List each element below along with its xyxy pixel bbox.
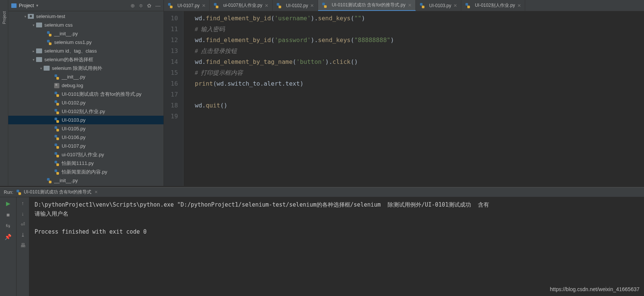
close-tab-icon[interactable]: ✕ [408, 3, 412, 8]
tree-folder[interactable]: ▸selenium id、tag、class [8, 47, 164, 55]
code-editor[interactable]: wd.find_element_by_id('username').send_k… [183, 11, 644, 186]
python-file-icon [54, 152, 59, 157]
locate-icon[interactable]: ⊕ [130, 3, 135, 9]
tree-folder[interactable]: ▾selenium的各种选择框 [8, 55, 164, 64]
tree-folder[interactable]: ▾selenium-test [8, 12, 164, 21]
gear-icon[interactable]: ✿ [147, 3, 152, 9]
close-icon[interactable]: ✕ [94, 190, 98, 195]
folder-icon [44, 66, 50, 71]
chevron-icon[interactable]: ▸ [31, 49, 36, 53]
down-icon[interactable]: ↓ [21, 211, 24, 217]
tree-label: selenium的各种选择框 [44, 56, 93, 63]
tree-file[interactable]: UI-0101测试成功 含有for的推导式.py [8, 90, 164, 98]
pin-icon[interactable]: 📌 [5, 234, 12, 240]
project-tool-tab[interactable]: Project [2, 11, 6, 24]
tree-file[interactable]: ui-0107别人作业.py [8, 150, 164, 159]
tree-file[interactable]: __init__.py [8, 72, 164, 81]
python-file-icon [168, 3, 173, 8]
print-icon[interactable]: 🖶 [20, 242, 26, 248]
tree-label: UI-0103.py [62, 117, 86, 123]
close-tab-icon[interactable]: ✕ [517, 3, 521, 8]
scroll-icon[interactable]: ⤓ [21, 232, 25, 238]
python-file-icon [214, 3, 219, 8]
sidebar-header: Project ▼ ⊕ ≑ ✿ — [8, 0, 164, 11]
tree-file[interactable]: UI-0105.py [8, 124, 164, 133]
project-sidebar: Project ▼ ⊕ ≑ ✿ — ▾selenium-test▾seleniu… [8, 0, 164, 186]
rerun-icon[interactable]: ▶ [6, 200, 11, 207]
hide-icon[interactable]: — [155, 3, 161, 9]
editor-tab[interactable]: UI-0102别人作业.py✕ [461, 0, 525, 11]
sidebar-title[interactable]: Project [19, 3, 34, 8]
tree-file[interactable]: 怕新闻1111.py [8, 159, 164, 168]
run-toolbar-right: ↑ ↓ ⏎ ⤓ 🖶 [17, 197, 29, 296]
editor-tab[interactable]: UI-0103.py✕ [416, 0, 462, 11]
up-icon[interactable]: ↑ [21, 200, 24, 206]
chevron-icon[interactable]: ▾ [31, 23, 36, 27]
stop-icon[interactable]: ■ [6, 211, 10, 218]
tree-label: UI-0102别人作业.py [62, 108, 105, 115]
python-file-icon [47, 31, 52, 36]
project-tree[interactable]: ▾selenium-test▾selenium css__init__.pyse… [8, 11, 164, 186]
run-toolbar-left: ▶ ■ ⇆ 📌 [0, 197, 17, 296]
tree-label: __init__.py [54, 178, 78, 183]
tree-label: 怕新闻1111.py [62, 160, 94, 167]
python-file-icon [47, 40, 52, 45]
tree-label: selenium id、tag、class [44, 48, 97, 54]
project-icon [11, 3, 17, 8]
python-file-icon [276, 3, 282, 8]
python-file-icon [54, 169, 59, 175]
wrap-icon[interactable]: ⏎ [21, 221, 25, 227]
python-file-icon [47, 178, 52, 183]
tree-file[interactable]: UI-0102.py [8, 98, 164, 107]
folder-icon [36, 23, 42, 27]
python-file-icon [54, 118, 59, 123]
tree-file[interactable]: UI-0102别人作业.py [8, 107, 164, 116]
close-tab-icon[interactable]: ✕ [310, 3, 314, 8]
close-tab-icon[interactable]: ✕ [453, 3, 457, 8]
tree-label: UI-0106.py [62, 134, 86, 140]
python-file-icon [54, 100, 59, 106]
chevron-icon[interactable]: ▾ [23, 15, 28, 18]
tree-folder[interactable]: ▾selenium 除测试用例外 [8, 64, 164, 72]
tab-label: UI-0101测试成功 含有for的推导式.py [332, 2, 405, 8]
chevron-icon[interactable]: ▾ [31, 58, 36, 62]
chevron-icon[interactable]: ▾ [38, 66, 44, 70]
editor-tab[interactable]: UI-0107.py✕ [164, 0, 210, 11]
tree-folder[interactable]: ▾selenium css [8, 21, 164, 29]
code-area[interactable]: 10111213141516171819 wd.find_element_by_… [164, 11, 644, 186]
layout-icon[interactable]: ⇆ [6, 222, 11, 229]
python-file-icon [54, 126, 59, 131]
tab-label: UI-0107.py [177, 3, 200, 8]
editor-tabs[interactable]: UI-0107.py✕ui-0107别人作业.py✕UI-0102.py✕UI-… [164, 0, 644, 11]
editor-tab[interactable]: ui-0107别人作业.py✕ [210, 0, 273, 11]
close-tab-icon[interactable]: ✕ [265, 3, 268, 8]
run-config-name[interactable]: UI-0101测试成功 含有for的推导式 [24, 189, 91, 195]
tree-file[interactable]: selenium css1.py [8, 38, 164, 47]
tree-label: selenium css1.py [54, 39, 92, 45]
tree-label: 怕新闻里面的内容.py [62, 169, 107, 175]
tab-label: UI-0103.py [429, 3, 452, 8]
console-output[interactable]: D:\pythonProject1\venv\Scripts\python.ex… [29, 197, 644, 296]
editor-tab[interactable]: UI-0102.py✕ [273, 0, 318, 11]
run-panel: Run: UI-0101测试成功 含有for的推导式 ✕ ▶ ■ ⇆ 📌 ↑ ↓… [0, 187, 644, 296]
tree-file[interactable]: debug.log [8, 81, 164, 90]
python-file-icon [420, 3, 425, 8]
tree-label: selenium 除测试用例外 [52, 65, 102, 72]
expand-icon[interactable]: ≑ [139, 3, 143, 9]
tree-file[interactable]: __init__.py [8, 29, 164, 38]
tree-file[interactable]: 怕新闻里面的内容.py [8, 168, 164, 176]
tree-file[interactable]: UI-0106.py [8, 133, 164, 142]
tree-file[interactable]: UI-0103.py [8, 116, 164, 124]
tree-file[interactable]: UI-0107.py [8, 142, 164, 150]
tree-label: __init__.py [54, 31, 78, 36]
tab-label: UI-0102.py [286, 3, 308, 8]
python-file-icon [465, 3, 470, 8]
editor-tab[interactable]: UI-0101测试成功 含有for的推导式.py✕ [318, 0, 415, 11]
tree-label: selenium-test [36, 14, 65, 19]
close-tab-icon[interactable]: ✕ [202, 3, 206, 8]
dropdown-arrow-icon[interactable]: ▼ [35, 4, 39, 8]
tree-label: selenium css [44, 22, 73, 28]
tree-file[interactable]: __init__.py [8, 176, 164, 185]
run-label: Run: [4, 190, 13, 195]
left-tool-strip[interactable]: Project [0, 0, 8, 186]
